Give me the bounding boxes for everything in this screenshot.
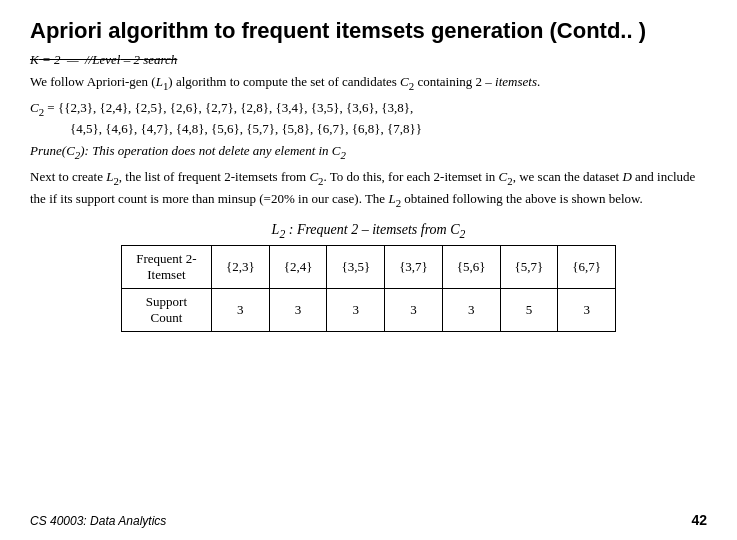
table-header-row: Frequent 2-Itemset {2,3} {2,4} {3,5} {3,…	[121, 245, 615, 288]
next-paragraph: Next to create L2, the list of frequent …	[30, 167, 707, 212]
support-val-67: 3	[558, 288, 616, 331]
page: Apriori algorithm to frequent itemsets g…	[0, 0, 737, 540]
table-header-24: {2,4}	[269, 245, 327, 288]
table-header-35: {3,5}	[327, 245, 385, 288]
para1: We follow Apriori-gen (L1) algorithm to …	[30, 72, 707, 94]
table-header-label: Frequent 2-Itemset	[121, 245, 211, 288]
support-val-24: 3	[269, 288, 327, 331]
k-line: K = 2 — //Level – 2 search	[30, 52, 707, 68]
support-val-56: 3	[442, 288, 500, 331]
table-header-56: {5,6}	[442, 245, 500, 288]
table-header-37: {3,7}	[385, 245, 443, 288]
frequent-itemsets-table: Frequent 2-Itemset {2,3} {2,4} {3,5} {3,…	[121, 245, 616, 332]
support-val-57: 5	[500, 288, 558, 331]
footer: CS 40003: Data Analytics 42	[30, 512, 707, 528]
table-header-67: {6,7}	[558, 245, 616, 288]
table-label: L2 : Frequent 2 – itemsets from C2	[30, 222, 707, 241]
table-header-57: {5,7}	[500, 245, 558, 288]
table-header-23: {2,3}	[211, 245, 269, 288]
page-title: Apriori algorithm to frequent itemsets g…	[30, 18, 707, 44]
support-val-23: 3	[211, 288, 269, 331]
table-data-row: Support Count 3 3 3 3 3 5 3	[121, 288, 615, 331]
c2-formula-cont: {4,5}, {4,6}, {4,7}, {4,8}, {5,6}, {5,7}…	[30, 121, 707, 137]
prune-section: Prune(C2): This operation does not delet…	[30, 143, 707, 161]
course-label: CS 40003: Data Analytics	[30, 514, 166, 528]
c2-formula: C2 = {{2,3}, {2,4}, {2,5}, {2,6}, {2,7},…	[30, 100, 707, 118]
support-val-37: 3	[385, 288, 443, 331]
k-strikethrough: K = 2 — //Level – 2 search	[30, 52, 177, 67]
table-container: Frequent 2-Itemset {2,3} {2,4} {3,5} {3,…	[30, 245, 707, 332]
page-number: 42	[691, 512, 707, 528]
prune-text: Prune(C2): This operation does not delet…	[30, 143, 707, 161]
k-level-section: K = 2 — //Level – 2 search We follow Apr…	[30, 52, 707, 94]
support-count-label: Support Count	[121, 288, 211, 331]
support-val-35: 3	[327, 288, 385, 331]
c2-section: C2 = {{2,3}, {2,4}, {2,5}, {2,6}, {2,7},…	[30, 100, 707, 138]
